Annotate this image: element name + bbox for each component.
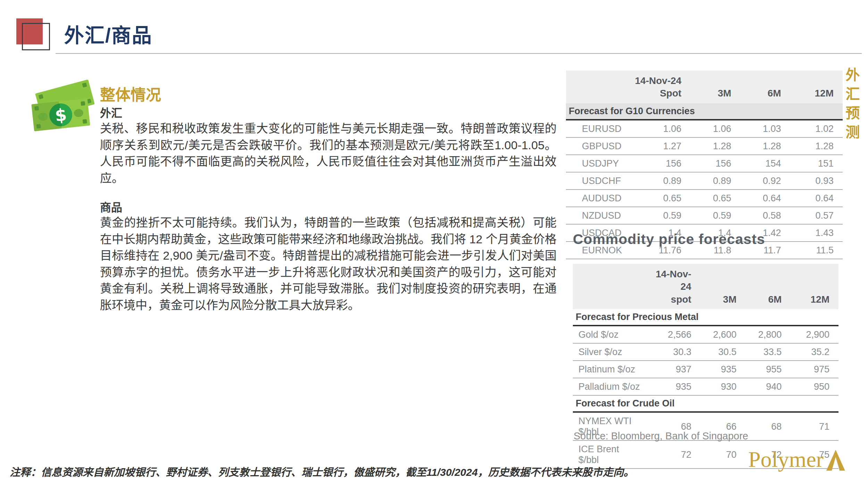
12m-value: 0.64 bbox=[790, 190, 843, 207]
currency-pair-label: USDCHF bbox=[566, 172, 632, 190]
currency-pair-label: EURUSD bbox=[566, 120, 632, 137]
3m-value: 0.89 bbox=[691, 172, 740, 190]
commodity-table-12m-header: 12M bbox=[791, 264, 838, 309]
currency-pair-label: NZDUSD bbox=[566, 207, 632, 224]
currency-pair-label: AUDUSD bbox=[566, 190, 632, 207]
fx-table-header-row: 14-Nov-24 Spot 3M 6M 12M bbox=[566, 70, 843, 103]
commodity-label: Gold $/oz bbox=[573, 326, 650, 343]
polymer-logo-text: Polymer bbox=[748, 448, 824, 471]
crude-oil-section-row: Forecast for Crude Oil bbox=[573, 395, 838, 412]
title-divider bbox=[56, 53, 862, 54]
12m-value: 1.28 bbox=[790, 137, 843, 155]
spot-value: 0.59 bbox=[632, 207, 690, 224]
commodity-table-6m-header: 6M bbox=[745, 264, 791, 309]
6m-value: 940 bbox=[745, 378, 791, 395]
6m-value: 1.28 bbox=[740, 137, 790, 155]
6m-value: 68 bbox=[745, 412, 791, 440]
spot-value: 1.27 bbox=[632, 137, 690, 155]
12m-value: 0.93 bbox=[790, 172, 843, 190]
fx-paragraph: 关税、移民和税收政策发生重大变化的可能性与美元长期走强一致。特朗普政策议程的顺序… bbox=[100, 120, 557, 186]
12m-value: 35.2 bbox=[791, 343, 838, 361]
12m-value: 2,900 bbox=[791, 326, 838, 343]
6m-value: 33.5 bbox=[745, 343, 791, 361]
12m-value: 975 bbox=[791, 361, 838, 378]
12m-value: 1.02 bbox=[790, 120, 843, 137]
fx-table-corner-cell bbox=[566, 70, 632, 103]
3m-value: 0.65 bbox=[691, 190, 740, 207]
bill-corner-mark bbox=[83, 119, 87, 124]
spot-value: 72 bbox=[650, 440, 700, 469]
3m-value: 1.28 bbox=[691, 137, 740, 155]
commodity-table-spot-label: spot bbox=[650, 293, 691, 306]
side-label-fx-forecast: 外汇预测 bbox=[841, 67, 862, 144]
page-title: 外汇/商品 bbox=[64, 19, 152, 48]
3m-value: 156 bbox=[691, 155, 740, 172]
spot-value: 0.65 bbox=[632, 190, 690, 207]
3m-value: 930 bbox=[700, 378, 745, 395]
12m-value: 1.43 bbox=[790, 224, 843, 242]
6m-value: 955 bbox=[745, 361, 791, 378]
3m-value: 2,600 bbox=[700, 326, 745, 343]
fx-table-spot-header: 14-Nov-24 Spot bbox=[632, 70, 690, 103]
commodity-table-date-label: 14-Nov-24 bbox=[650, 268, 691, 293]
spot-value: 2,566 bbox=[650, 326, 700, 343]
3m-value: 1.06 bbox=[691, 120, 740, 137]
fx-subheading: 外汇 bbox=[100, 104, 122, 120]
bill-corner-mark bbox=[34, 106, 39, 111]
currency-pair-label: USDJPY bbox=[566, 155, 632, 172]
precious-metal-rows: Gold $/oz 2,566 2,600 2,800 2,900 Silver… bbox=[573, 326, 838, 395]
spot-value: 935 bbox=[650, 378, 700, 395]
commodity-table-title: Commodity price forecasts bbox=[573, 231, 765, 247]
3m-value: 30.5 bbox=[700, 343, 745, 361]
fx-table-12m-header: 12M bbox=[790, 70, 843, 103]
bill-corner-mark bbox=[39, 94, 44, 99]
6m-value: 0.58 bbox=[740, 207, 790, 224]
commodity-table-3m-header: 3M bbox=[700, 264, 745, 309]
bill-side-dot bbox=[38, 112, 48, 121]
12m-value: 950 bbox=[791, 378, 838, 395]
fx-table-section-row: Forecast for G10 Currencies bbox=[566, 103, 843, 120]
table-row: Gold $/oz 2,566 2,600 2,800 2,900 bbox=[573, 326, 838, 343]
dollar-bill-front: $ bbox=[31, 99, 90, 132]
outline-square-decoration bbox=[22, 23, 50, 50]
table-row: EURUSD 1.06 1.06 1.03 1.02 bbox=[566, 120, 843, 137]
polymer-logo-triangle-icon bbox=[826, 450, 845, 471]
bill-corner-mark bbox=[36, 124, 41, 128]
fx-table-section-label: Forecast for G10 Currencies bbox=[566, 103, 843, 120]
footnote: 注释：信息资源来自新加坡银行、野村证券、列支敦士登银行、瑞士银行，傲盛研究，截至… bbox=[10, 464, 634, 479]
commodity-label: Silver $/oz bbox=[573, 343, 650, 361]
slide: 外汇/商品 $ 整体情况 外汇 关税、移民和税收政策发生重大变化的可能性与美元长… bbox=[0, 0, 868, 488]
precious-metal-section-label: Forecast for Precious Metal bbox=[573, 309, 838, 326]
spot-value: 937 bbox=[650, 361, 700, 378]
table-row: USDCHF 0.89 0.89 0.92 0.93 bbox=[566, 172, 843, 190]
6m-value: 2,800 bbox=[745, 326, 791, 343]
commodity-table-corner-cell bbox=[573, 264, 650, 309]
table-row: NZDUSD 0.59 0.59 0.58 0.57 bbox=[566, 207, 843, 224]
6m-value: 1.03 bbox=[740, 120, 790, 137]
6m-value: 0.92 bbox=[740, 172, 790, 190]
fx-table-date-label: 14-Nov-24 bbox=[632, 75, 681, 87]
commodity-table-header-row: 14-Nov-24 spot 3M 6M 12M bbox=[573, 264, 838, 309]
table-row: Platinum $/oz 937 935 955 975 bbox=[573, 361, 838, 378]
fx-table-spot-label: Spot bbox=[632, 87, 681, 100]
bill-corner-mark bbox=[81, 101, 85, 106]
spot-value: 30.3 bbox=[650, 343, 700, 361]
bill-side-dot bbox=[74, 109, 84, 118]
6m-value: 154 bbox=[740, 155, 790, 172]
bill-corner-mark bbox=[82, 83, 87, 88]
commodity-table-spot-header: 14-Nov-24 spot bbox=[650, 264, 700, 309]
12m-value: 71 bbox=[791, 412, 838, 440]
commodity-label: Platinum $/oz bbox=[573, 361, 650, 378]
dollar-sign-icon: $ bbox=[48, 102, 74, 128]
12m-value: 11.5 bbox=[790, 242, 843, 259]
commodity-label: Palladium $/oz bbox=[573, 378, 650, 395]
fx-table-3m-header: 3M bbox=[691, 70, 740, 103]
3m-value: 935 bbox=[700, 361, 745, 378]
crude-oil-section-label: Forecast for Crude Oil bbox=[573, 395, 838, 412]
3m-value: 70 bbox=[700, 440, 745, 469]
polymer-logo: Polymer bbox=[748, 448, 845, 471]
table-row: Silver $/oz 30.3 30.5 33.5 35.2 bbox=[573, 343, 838, 361]
6m-value: 0.64 bbox=[740, 190, 790, 207]
12m-value: 0.57 bbox=[790, 207, 843, 224]
fx-table-6m-header: 6M bbox=[740, 70, 790, 103]
